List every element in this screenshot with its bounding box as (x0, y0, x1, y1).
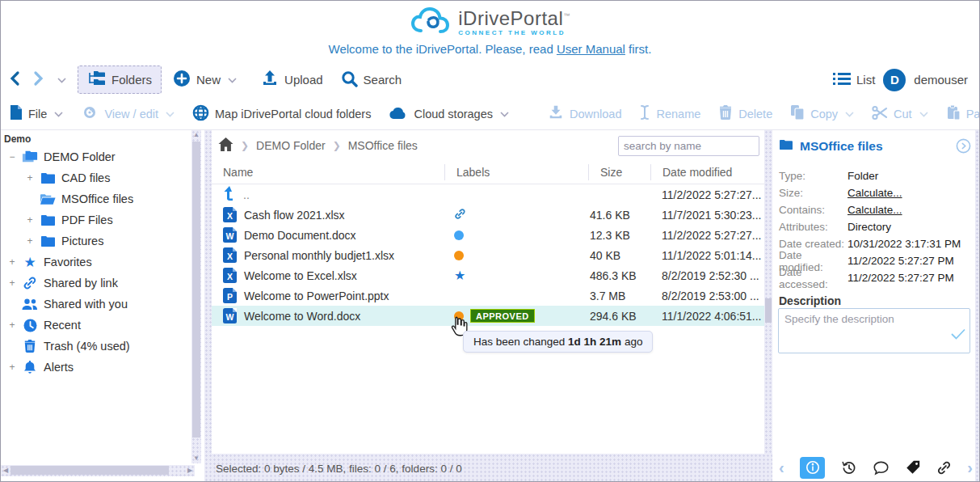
sidebar-vertical-scrollbar[interactable]: ▲ ▼ (191, 130, 201, 463)
table-row-welcome-excel[interactable]: X Welcome to Excel.xlsx ★ 486.3 KB 8/2/2… (212, 265, 764, 285)
blue-dot-label-icon[interactable] (454, 230, 464, 240)
brand-name: iDrivePortal™ (458, 9, 570, 28)
cloud-storages-button[interactable]: Cloud storages (389, 106, 509, 122)
tree-item-trash[interactable]: Trash (4% used) (1, 336, 204, 357)
file-date: 11/2/2022 5:27:27... (650, 188, 764, 201)
links-tab-button[interactable] (936, 460, 952, 476)
file-name: Demo Document.docx (244, 229, 356, 242)
orange-dot-label-icon[interactable] (454, 251, 464, 260)
expand-expander[interactable]: + (25, 235, 35, 247)
tree-item-shared-with-you[interactable]: Shared with you (1, 294, 204, 315)
home-icon[interactable] (218, 137, 233, 154)
user-manual-link[interactable]: User Manual (557, 42, 625, 56)
rename-button[interactable]: Rename (639, 104, 700, 123)
delete-button[interactable]: Delete (718, 104, 772, 123)
expand-expander[interactable]: + (7, 362, 17, 373)
file-menu-button[interactable]: File (9, 104, 63, 123)
filelist-vertical-scrollbar[interactable] (764, 130, 772, 482)
tabs-scroll-left-icon[interactable]: ‹ (779, 459, 784, 476)
expand-expander[interactable]: + (7, 319, 17, 331)
column-header-name[interactable]: Name (212, 164, 444, 180)
file-name: Cash flow 2021.xlsx (244, 209, 345, 222)
view-edit-button[interactable]: View / edit (81, 106, 175, 121)
column-header-size[interactable]: Size (588, 164, 650, 180)
calculate-size-link[interactable]: Calculate... (848, 187, 902, 199)
scroll-up-arrow[interactable]: ▲ (191, 130, 201, 140)
description-textarea[interactable] (779, 309, 969, 353)
column-header-labels[interactable]: Labels (444, 164, 588, 180)
file-name: Welcome to Word.docx (244, 310, 360, 323)
user-avatar[interactable]: D (883, 69, 906, 91)
breadcrumb: ❯ DEMO Folder ❯ MSOffice files (212, 130, 764, 161)
username[interactable]: demouser (914, 73, 968, 87)
table-row-demo-document[interactable]: W Demo Document.docx 12.3 KB 11/2/2022 5… (212, 225, 764, 245)
tree-item-pdf-files[interactable]: + PDF Files (1, 209, 204, 230)
scroll-left-arrow[interactable]: ◀ (1, 465, 11, 476)
upload-button[interactable]: Upload (261, 70, 323, 90)
scroll-thumb[interactable] (11, 466, 169, 475)
column-header-date-modified[interactable]: Date modified (650, 164, 764, 180)
collapse-expander[interactable]: − (7, 151, 17, 163)
tree-item-label: Alerts (44, 361, 74, 374)
search-button[interactable]: Search (341, 70, 402, 90)
history-tab-button[interactable] (840, 459, 857, 476)
breadcrumb-item-msoffice-files[interactable]: MSOffice files (348, 139, 418, 152)
back-button[interactable] (9, 70, 21, 89)
shared-link-label-icon[interactable] (454, 208, 466, 222)
labels-tab-button[interactable] (905, 459, 921, 476)
globe-icon (192, 104, 209, 124)
details-tabs-bar: ‹ › (772, 454, 980, 481)
scroll-right-arrow[interactable]: ▶ (185, 465, 195, 476)
file-date: 11/7/2021 5:30:23... (650, 209, 764, 222)
scroll-down-arrow[interactable]: ▼ (191, 454, 201, 463)
scroll-thumb[interactable] (765, 298, 772, 323)
search-input[interactable] (619, 140, 772, 152)
expand-expander[interactable]: + (25, 172, 35, 184)
paste-button[interactable]: Paste (946, 104, 980, 123)
table-row-welcome-word[interactable]: W Welcome to Word.docx APPROVED 294.6 KB… (212, 306, 764, 326)
expand-expander[interactable]: + (7, 256, 17, 268)
breadcrumb-separator: ❯ (241, 140, 249, 151)
table-row-cash-flow[interactable]: X Cash flow 2021.xlsx 41.6 KB 11/7/2021 … (212, 205, 764, 225)
info-tab-button[interactable] (800, 457, 826, 479)
tree-item-pictures[interactable]: + Pictures (1, 230, 204, 252)
tree-item-demo-folder[interactable]: − DEMO Folder (1, 146, 204, 167)
expand-expander[interactable]: + (25, 214, 35, 226)
table-row-welcome-powerpoint[interactable]: P Welcome to PowerPoint.pptx 3.7 MB 8/2/… (212, 285, 764, 306)
table-row-personal-budget[interactable]: X Personal monthly budjet1.xlsx 40 KB 11… (212, 245, 764, 265)
sidebar-horizontal-scrollbar[interactable]: ◀ ▶ (1, 465, 195, 476)
new-button[interactable]: New (173, 70, 237, 90)
tree-item-alerts[interactable]: + Alerts (1, 357, 204, 378)
copy-chevron-icon (845, 108, 854, 120)
scroll-thumb[interactable] (192, 142, 200, 438)
confirm-check-icon[interactable] (951, 328, 965, 343)
tree-item-shared-by-link[interactable]: + Shared by link (1, 273, 204, 294)
word-file-icon: W (223, 227, 237, 243)
tree-item-favorites[interactable]: + ★ Favorites (1, 252, 204, 273)
tree-item-recent[interactable]: + Recent (1, 315, 204, 336)
download-button[interactable]: Download (548, 104, 622, 123)
cut-button[interactable]: Cut (872, 105, 928, 123)
expand-expander[interactable]: + (7, 277, 17, 289)
expand-details-icon[interactable] (956, 138, 971, 157)
folders-button[interactable]: Folders (78, 66, 162, 94)
rename-label: Rename (656, 108, 700, 120)
star-label-icon[interactable]: ★ (454, 269, 465, 282)
star-icon: ★ (22, 255, 38, 269)
copy-button[interactable]: Copy (790, 104, 854, 123)
tree-item-cad-files[interactable]: + CAD files (1, 167, 204, 188)
comments-tab-button[interactable] (873, 460, 890, 476)
upload-icon (261, 70, 279, 90)
tree-item-msoffice-files[interactable]: MSOffice files (1, 188, 204, 209)
table-row-up[interactable]: .. 11/2/2022 5:27:27... (212, 184, 764, 205)
history-dropdown-chevron-icon[interactable] (57, 74, 66, 86)
map-cloud-folders-button[interactable]: Map iDrivePortal cloud folders (192, 104, 371, 124)
breadcrumb-item-demo-folder[interactable]: DEMO Folder (256, 139, 326, 152)
upload-button-label: Upload (284, 73, 323, 87)
list-view-button[interactable]: List (833, 72, 875, 88)
calculate-contains-link[interactable]: Calculate... (848, 204, 902, 216)
tabs-scroll-right-icon[interactable]: › (967, 459, 973, 476)
rename-ibeam-icon (639, 104, 650, 123)
forward-button[interactable] (32, 70, 44, 89)
description-box (778, 308, 970, 353)
